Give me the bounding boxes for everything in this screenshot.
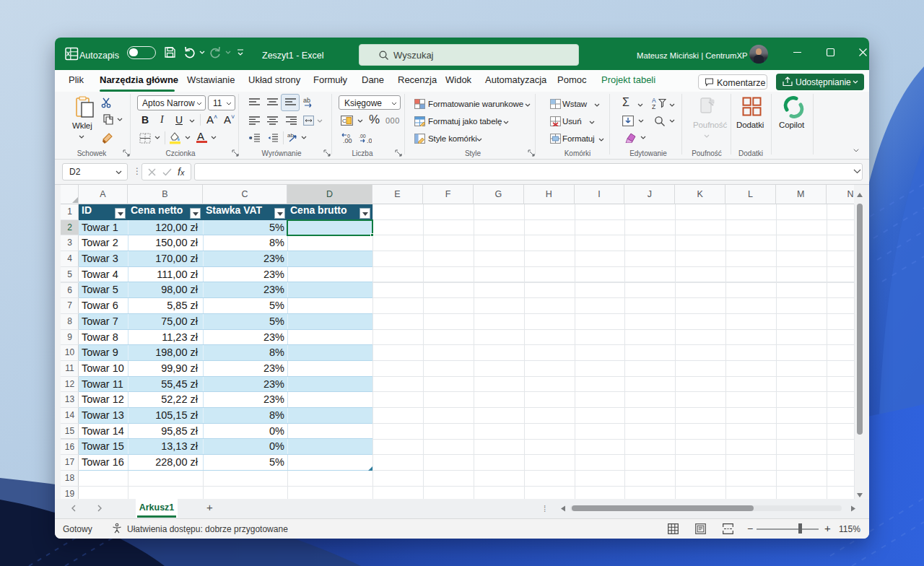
svg-text:0: 0 xyxy=(347,134,350,139)
svg-text:Z: Z xyxy=(652,103,655,110)
svg-text:ab: ab xyxy=(287,132,294,139)
svg-text:.0: .0 xyxy=(367,137,372,144)
svg-text:.00: .00 xyxy=(359,134,366,139)
svg-text:ab: ab xyxy=(303,97,310,104)
svg-text:C: C xyxy=(342,118,346,124)
